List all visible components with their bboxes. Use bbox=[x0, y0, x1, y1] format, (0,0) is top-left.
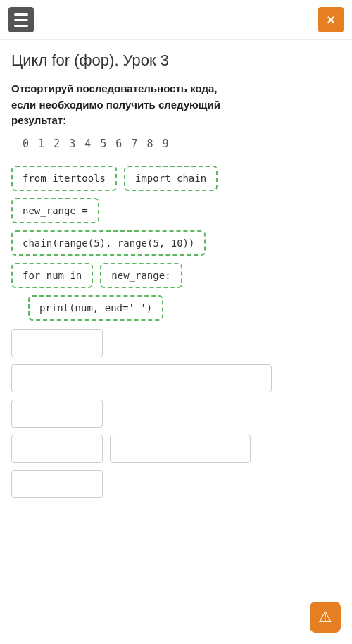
page-title: Цикл for (фор). Урок 3 bbox=[0, 40, 352, 75]
empty-slot-5[interactable] bbox=[11, 470, 103, 498]
empty-slot-4a[interactable] bbox=[11, 435, 103, 463]
code-block-print[interactable]: print(num, end=' ') bbox=[28, 295, 163, 321]
code-block-for-num-in[interactable]: for num in bbox=[11, 263, 93, 288]
code-block-import-chain[interactable]: import chain bbox=[124, 166, 218, 191]
empty-slot-1[interactable] bbox=[11, 329, 103, 357]
code-row-5: print(num, end=' ') bbox=[11, 295, 341, 321]
empty-slot-3[interactable] bbox=[11, 400, 103, 428]
empty-slot-2[interactable] bbox=[11, 364, 272, 392]
code-row-3: chain(range(5), range(5, 10)) bbox=[11, 230, 341, 256]
hamburger-button[interactable] bbox=[8, 7, 34, 32]
hamburger-line bbox=[14, 19, 28, 21]
code-area: from itertools import chain new_range = … bbox=[0, 160, 352, 511]
hamburger-line bbox=[14, 25, 28, 27]
warning-button[interactable]: ⚠ bbox=[310, 602, 341, 633]
empty-row-4 bbox=[11, 435, 341, 463]
empty-row-1 bbox=[11, 329, 341, 357]
empty-row-2 bbox=[11, 364, 341, 392]
code-row-1: from itertools import chain bbox=[11, 166, 341, 191]
output-display: 0 1 2 3 4 5 6 7 8 9 bbox=[0, 133, 352, 160]
warning-icon: ⚠ bbox=[318, 608, 332, 626]
empty-slot-4b[interactable] bbox=[110, 435, 251, 463]
code-block-chain[interactable]: chain(range(5), range(5, 10)) bbox=[11, 230, 206, 256]
close-button[interactable]: × bbox=[318, 7, 344, 32]
code-row-4: for num in new_range: bbox=[11, 263, 341, 288]
empty-row-5 bbox=[11, 470, 341, 498]
task-description: Отсортируй последовательность кода, если… bbox=[0, 75, 352, 133]
code-block-new-range[interactable]: new_range = bbox=[11, 198, 99, 223]
code-block-new-range-colon[interactable]: new_range: bbox=[100, 263, 182, 288]
top-bar: × bbox=[0, 0, 352, 40]
empty-row-3 bbox=[11, 400, 341, 428]
code-row-2: new_range = bbox=[11, 198, 341, 223]
hamburger-line bbox=[14, 13, 28, 16]
code-block-from-itertools[interactable]: from itertools bbox=[11, 166, 117, 191]
